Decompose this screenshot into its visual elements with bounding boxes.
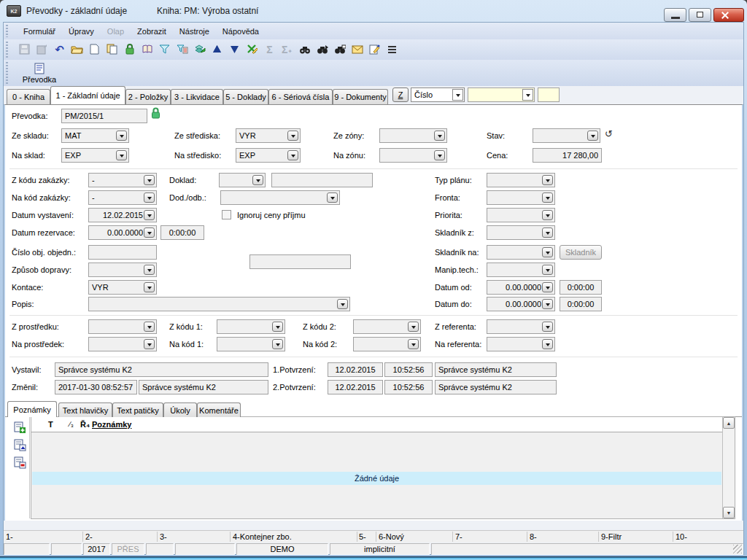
add-record-icon[interactable]: [14, 421, 26, 434]
menu-zobrazit[interactable]: Zobrazit: [131, 27, 173, 36]
priorita-combo[interactable]: [487, 208, 555, 222]
typ-planu-combo[interactable]: [487, 173, 555, 187]
delete-edit-icon[interactable]: [246, 43, 258, 55]
tab-3-likvidace[interactable]: 3 - Likvidace: [171, 89, 223, 104]
scroll-down-icon[interactable]: ▼: [723, 507, 735, 518]
na-sklad-combo[interactable]: EXP: [61, 148, 129, 163]
quick-search-combo[interactable]: [468, 88, 535, 102]
skladnik-na-combo[interactable]: [487, 245, 555, 260]
chevron-down-icon[interactable]: [587, 131, 598, 141]
find-record-icon[interactable]: [333, 43, 346, 55]
na-prostredek-combo[interactable]: [88, 337, 157, 351]
resize-grip[interactable]: [733, 545, 742, 553]
doklad-combo[interactable]: [219, 173, 266, 187]
fkey-10[interactable]: 10-: [676, 532, 687, 541]
lock-icon[interactable]: [123, 43, 136, 55]
restore-button[interactable]: [689, 8, 711, 22]
toolbar-grip-3[interactable]: [6, 62, 8, 84]
sort-down-icon[interactable]: [228, 43, 241, 55]
filter-document-icon[interactable]: [176, 43, 188, 55]
menu-nastroje[interactable]: Nástroje: [173, 27, 216, 36]
chevron-down-icon[interactable]: [522, 89, 533, 101]
prevodka-button[interactable]: Převodka: [14, 61, 65, 85]
datum-od-combo[interactable]: 0.00.0000: [487, 280, 555, 295]
notes-tab-poznamky[interactable]: Poznámky: [7, 401, 57, 417]
tab-5-doklady[interactable]: 5 - Doklady: [223, 89, 268, 104]
na-referenta-combo[interactable]: [487, 337, 555, 351]
chevron-down-icon[interactable]: [542, 339, 553, 349]
menu-upravy[interactable]: Úpravy: [62, 27, 101, 36]
fronta-combo[interactable]: [487, 190, 555, 205]
datum-rezervace-combo[interactable]: 0.00.0000: [88, 225, 157, 240]
ignoruj-ceny-checkbox[interactable]: [222, 210, 231, 219]
chevron-down-icon[interactable]: [542, 228, 553, 238]
fkey-8[interactable]: 8-: [530, 532, 537, 541]
datum-do-combo[interactable]: 0.00.0000: [487, 297, 555, 311]
z-prostredku-combo[interactable]: [88, 319, 157, 334]
stav-combo[interactable]: [533, 128, 600, 143]
datum-rezervace-time-field[interactable]: 0:00:00: [160, 225, 204, 240]
z-kodu-1-combo[interactable]: [217, 319, 285, 334]
quick-search-input[interactable]: [538, 88, 560, 102]
chevron-down-icon[interactable]: [542, 299, 553, 309]
chevron-down-icon[interactable]: [144, 210, 155, 220]
menu-icon[interactable]: [386, 43, 398, 55]
prevodka-field[interactable]: PM/2015/1: [61, 109, 147, 123]
chevron-down-icon[interactable]: [542, 247, 553, 257]
toolbar-grip[interactable]: [6, 25, 8, 37]
ze-skladu-combo[interactable]: MAT: [61, 128, 129, 143]
notes-tab-text-hlavicky[interactable]: Text hlavičky: [58, 402, 112, 417]
na-kod-2-combo[interactable]: [353, 337, 421, 351]
chevron-down-icon[interactable]: [452, 89, 463, 101]
find-next-icon[interactable]: [316, 43, 328, 55]
doklad-text-field[interactable]: [271, 173, 373, 187]
fkey-6[interactable]: 6-Nový: [379, 532, 404, 541]
chevron-down-icon[interactable]: [144, 282, 155, 292]
chevron-down-icon[interactable]: [434, 131, 445, 141]
chevron-down-icon[interactable]: [144, 175, 155, 185]
grid-col-t[interactable]: T: [48, 420, 53, 429]
tab-1-zakladni-udaje[interactable]: 1 - Základní údaje: [50, 86, 125, 104]
z-referenta-combo[interactable]: [487, 319, 555, 334]
chevron-down-icon[interactable]: [542, 322, 553, 332]
chevron-down-icon[interactable]: [408, 339, 419, 349]
chevron-down-icon[interactable]: [252, 175, 263, 185]
chevron-down-icon[interactable]: [144, 339, 155, 349]
menu-napoveda[interactable]: Nápověda: [216, 27, 266, 36]
vertical-scrollbar[interactable]: ▲ ▼: [722, 417, 735, 518]
delete-record-icon[interactable]: [14, 456, 26, 469]
toolbar-grip-2[interactable]: [6, 42, 8, 58]
scroll-up-icon[interactable]: ▲: [723, 417, 735, 429]
close-button[interactable]: [713, 8, 744, 22]
ze-zony-combo[interactable]: [379, 128, 447, 143]
cislo-select[interactable]: Číslo: [411, 88, 465, 102]
dod-odb-combo[interactable]: [220, 190, 340, 205]
kontace-combo[interactable]: VYR: [88, 280, 157, 295]
grid-col-poznamky[interactable]: Poznámky: [92, 420, 131, 429]
chevron-down-icon[interactable]: [287, 150, 298, 160]
chevron-down-icon[interactable]: [408, 322, 419, 332]
zpusob-dopravy-combo[interactable]: [88, 262, 157, 277]
chevron-down-icon[interactable]: [272, 339, 283, 349]
menu-formular[interactable]: Formulář: [17, 27, 62, 36]
fkey-9[interactable]: 9-Filtr: [601, 532, 622, 541]
grid-col-s3[interactable]: ∕₃: [69, 420, 74, 428]
sort-up-icon[interactable]: [211, 43, 223, 55]
notes-grid-header[interactable]: T ∕₃ Ř₄ Poznámky: [31, 417, 735, 432]
tab-2-polozky[interactable]: 2 - Položky: [125, 89, 171, 104]
chevron-down-icon[interactable]: [542, 265, 553, 275]
refresh-data-icon[interactable]: [193, 43, 206, 55]
change-record-icon[interactable]: [14, 439, 26, 451]
chevron-down-icon[interactable]: [337, 299, 348, 309]
tab-9-dokumenty[interactable]: 9 - Dokumenty: [333, 89, 388, 104]
popis-combo[interactable]: [88, 297, 350, 311]
history-icon[interactable]: ↺: [605, 129, 613, 139]
chevron-down-icon[interactable]: [144, 192, 155, 203]
title-bar[interactable]: K2 Převodky - základní údaje Kniha: PM: …: [0, 0, 747, 22]
chevron-down-icon[interactable]: [116, 150, 127, 160]
chevron-down-icon[interactable]: [542, 282, 553, 292]
extra-field[interactable]: [249, 254, 351, 269]
copy-icon[interactable]: [106, 43, 118, 55]
fkey-7[interactable]: 7-: [455, 532, 462, 541]
fkey-2[interactable]: 2-: [85, 532, 93, 541]
